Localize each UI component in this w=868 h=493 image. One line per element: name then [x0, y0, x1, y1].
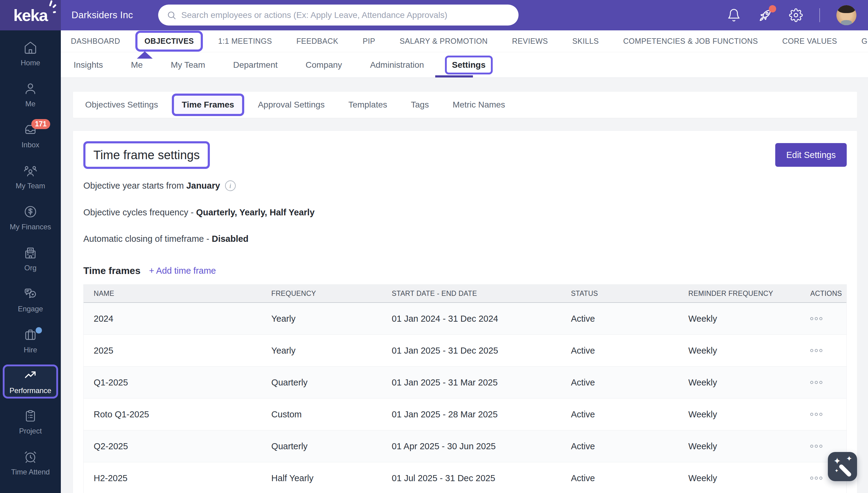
cycles-frequency-line: Objective cycles frequency - Quarterly, …: [83, 208, 847, 217]
tab-objectives[interactable]: OBJECTIVES: [144, 37, 194, 45]
sidebar-item-performance[interactable]: Performance: [3, 365, 58, 399]
cell-status: Active: [571, 346, 688, 356]
notification-dot: [769, 5, 776, 13]
objective-year-line: Objective year starts from January i: [83, 180, 847, 191]
cell-status: Active: [571, 314, 688, 324]
col-reminder: REMINDER FREQUENCY: [688, 290, 810, 298]
sidebar-item-inbox[interactable]: 171 Inbox: [0, 115, 61, 156]
module-tab-bar: DASHBOARD OBJECTIVES 1:1 MEETINGS FEEDBA…: [61, 30, 868, 52]
search-icon: [167, 10, 176, 20]
subnav-department[interactable]: Department: [233, 60, 277, 70]
subnav-settings[interactable]: Settings: [452, 60, 485, 69]
tab-tags[interactable]: Tags: [411, 100, 429, 110]
add-time-frame-link[interactable]: + Add time frame: [149, 266, 216, 276]
cell-name: 2024: [94, 314, 271, 324]
tab-approval-settings[interactable]: Approval Settings: [258, 100, 324, 110]
content-area: Objectives Settings Time Frames Approval…: [61, 78, 868, 493]
col-name: NAME: [94, 290, 271, 298]
alarm-clock-icon: [23, 450, 37, 464]
col-frequency: FREQUENCY: [271, 290, 392, 298]
sidebar-item-time-attend[interactable]: Time Attend: [0, 443, 61, 484]
annotation-box-time-frames: Time Frames: [172, 93, 244, 116]
cell-status: Active: [571, 378, 688, 388]
annotation-pointer-icon: [137, 51, 153, 59]
sidebar-item-project[interactable]: Project: [0, 402, 61, 443]
magic-wand-assistant-button[interactable]: ✦ ✦ ✦: [828, 452, 857, 481]
cell-reminder: Weekly: [688, 346, 810, 356]
building-icon: [23, 246, 37, 260]
sidebar-item-hire[interactable]: Hire: [0, 320, 61, 362]
row-actions-menu-icon[interactable]: [810, 317, 846, 320]
tab-competencies[interactable]: COMPETENCIES & JOB FUNCTIONS: [623, 37, 758, 46]
tab-time-frames[interactable]: Time Frames: [182, 100, 234, 109]
tab-dashboard[interactable]: DASHBOARD: [71, 37, 120, 46]
col-status: STATUS: [571, 290, 688, 298]
tab-growth[interactable]: GROWTH: [861, 37, 868, 46]
active-tab-underline: [435, 75, 473, 78]
cell-name: Q1-2025: [94, 378, 271, 388]
tab-reviews[interactable]: REVIEWS: [512, 37, 548, 46]
dollar-circle-icon: [23, 205, 37, 219]
global-search[interactable]: [158, 4, 519, 25]
time-frame-settings-card: Time frame settings Edit Settings Object…: [73, 131, 857, 493]
tab-skills[interactable]: SKILLS: [572, 37, 599, 46]
cell-frequency: Half Yearly: [271, 473, 392, 483]
annotation-box-settings: Settings: [445, 56, 492, 74]
hire-notification-dot: [36, 327, 42, 334]
row-actions-menu-icon[interactable]: [810, 381, 846, 384]
logo-spark-icon: [52, 4, 57, 8]
table-row: 2025 Yearly 01 Jan 2025 - 31 Dec 2025 Ac…: [84, 335, 846, 367]
cell-frequency: Yearly: [271, 314, 392, 324]
tab-objectives-settings[interactable]: Objectives Settings: [85, 100, 158, 110]
row-actions-menu-icon[interactable]: [810, 413, 846, 416]
tab-core-values[interactable]: CORE VALUES: [782, 37, 837, 46]
whats-new-rocket-icon[interactable]: [757, 7, 772, 23]
cell-dates: 01 Apr 2025 - 30 Jun 2025: [392, 441, 571, 451]
tab-templates[interactable]: Templates: [348, 100, 387, 110]
info-icon[interactable]: i: [225, 180, 236, 191]
cell-frequency: Quarterly: [271, 378, 392, 388]
clipboard-icon: [23, 409, 37, 423]
sidebar-item-my-finances[interactable]: My Finances: [0, 197, 61, 238]
user-avatar[interactable]: [836, 5, 856, 25]
settings-gear-icon[interactable]: [789, 8, 803, 22]
subnav-company[interactable]: Company: [306, 60, 342, 70]
sidebar-item-org[interactable]: Org: [0, 238, 61, 279]
row-actions-menu-icon[interactable]: [810, 349, 846, 352]
cell-status: Active: [571, 409, 688, 420]
tab-feedback[interactable]: FEEDBACK: [296, 37, 338, 46]
main-area: DASHBOARD OBJECTIVES 1:1 MEETINGS FEEDBA…: [61, 30, 868, 493]
edit-settings-button[interactable]: Edit Settings: [775, 143, 847, 167]
sidebar-item-engage[interactable]: Engage: [0, 279, 61, 320]
cell-name: Roto Q1-2025: [94, 409, 271, 420]
subnav-my-team[interactable]: My Team: [170, 60, 205, 70]
inbox-count-badge: 171: [31, 119, 50, 129]
logo-spark-icon: [53, 11, 56, 13]
company-name: Darksiders Inc: [72, 0, 133, 30]
keka-logo[interactable]: keka: [0, 0, 61, 30]
annotation-box-title: Time frame settings: [83, 141, 210, 169]
subnav-administration[interactable]: Administration: [370, 60, 424, 70]
tab-metric-names[interactable]: Metric Names: [452, 100, 505, 110]
table-row: 2024 Yearly 01 Jan 2024 - 31 Dec 2024 Ac…: [84, 303, 846, 335]
cell-name: Q2-2025: [94, 441, 271, 451]
sidebar-item-my-team[interactable]: My Team: [0, 156, 61, 197]
cell-reminder: Weekly: [688, 314, 810, 324]
tab-1-1-meetings[interactable]: 1:1 MEETINGS: [218, 37, 272, 46]
row-actions-menu-icon[interactable]: [810, 445, 846, 448]
cell-dates: 01 Jan 2025 - 31 Dec 2025: [392, 346, 571, 356]
tab-salary-promotion[interactable]: SALARY & PROMOTION: [400, 37, 488, 46]
sidebar-item-me[interactable]: Me: [0, 74, 61, 115]
search-input[interactable]: [181, 10, 510, 20]
subnav-insights[interactable]: Insights: [74, 60, 103, 70]
divider: [819, 8, 820, 22]
tab-pip[interactable]: PIP: [363, 37, 375, 46]
home-icon: [23, 41, 37, 55]
brand-text: keka: [13, 6, 47, 24]
subnav-me[interactable]: Me: [131, 60, 143, 70]
sidebar-item-home[interactable]: Home: [0, 34, 61, 74]
notifications-bell-icon[interactable]: [727, 8, 741, 22]
cell-frequency: Quarterly: [271, 441, 392, 451]
time-frames-table: NAME FREQUENCY START DATE - END DATE STA…: [83, 284, 847, 493]
cell-reminder: Weekly: [688, 409, 810, 420]
